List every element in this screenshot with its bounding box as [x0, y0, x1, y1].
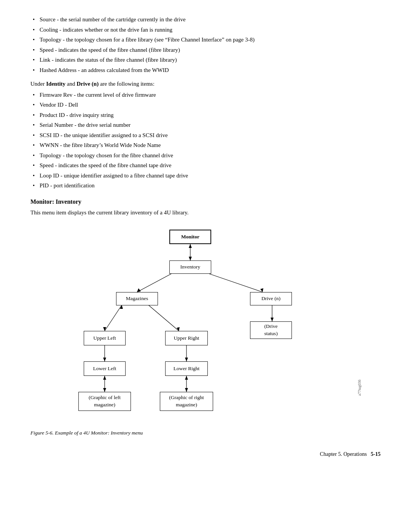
node-inventory: Inventory [169, 260, 211, 274]
node-graphic-left: (Graphic of leftmagazine) [78, 392, 131, 411]
identity-intro: Under Identity and Drive (n) are the fol… [30, 80, 381, 88]
node-graphic-left-label: (Graphic of leftmagazine) [89, 394, 121, 409]
node-magazines-label: Magazines [126, 295, 148, 302]
node-drive-n-label: Drive (n) [261, 295, 280, 302]
bullet-item: Source - the serial number of the cartri… [30, 15, 381, 24]
bullet-item: Hashed Address - an address calculated f… [30, 66, 381, 75]
bullet-item: Product ID - drive inquiry string [30, 111, 381, 120]
bullet-list-top: Source - the serial number of the cartri… [30, 15, 381, 74]
bullet-item: Speed - indicates the speed of the fibre… [30, 46, 381, 54]
bullet-item: Serial Number - the drive serial number [30, 121, 381, 129]
node-drive-status-label: (Drivestatus) [264, 323, 277, 337]
node-inventory-label: Inventory [180, 264, 200, 271]
svg-marker-8 [271, 318, 274, 321]
svg-marker-20 [103, 376, 106, 380]
svg-line-12 [148, 305, 179, 331]
bold-identity: Identity [46, 81, 65, 87]
watermark: a77tug036 [357, 380, 362, 396]
bullet-item: Vendor ID - Dell [30, 101, 381, 109]
node-lower-left-label: Lower Left [93, 365, 116, 372]
node-lower-left: Lower Left [84, 361, 126, 376]
svg-line-5 [209, 274, 263, 292]
svg-line-9 [105, 305, 122, 331]
svg-marker-1 [189, 244, 192, 248]
node-drive-status: (Drivestatus) [250, 321, 292, 339]
svg-marker-6 [260, 288, 263, 292]
svg-marker-19 [103, 388, 106, 392]
node-monitor: Monitor [169, 230, 211, 244]
section-intro: This menu item displays the current libr… [30, 208, 381, 217]
node-upper-left-label: Upper Left [93, 335, 116, 342]
node-lower-right-label: Lower Right [174, 365, 200, 372]
svg-marker-23 [185, 376, 188, 380]
svg-marker-11 [120, 305, 123, 309]
node-graphic-right-label: (Graphic of rightmagazine) [169, 394, 204, 409]
svg-marker-2 [189, 257, 192, 260]
bullet-item: Loop ID - unique identifier assigned to … [30, 171, 381, 180]
bullet-item: Cooling - indicates whether or not the d… [30, 26, 381, 34]
node-magazines: Magazines [116, 292, 158, 305]
footer-page: 5-15 [371, 451, 381, 457]
bullet-item: Topology - the topology chosen for a fib… [30, 35, 381, 44]
figure-caption: Figure 5-6. Example of a 4U Monitor: Inv… [30, 430, 381, 436]
footer-chapter: Chapter 5. Operations [320, 451, 367, 457]
svg-line-3 [137, 274, 171, 292]
bullet-item: Topology - the topology chosen for the f… [30, 151, 381, 160]
diagram-container: Monitor Inventory Magazines Drive (n) (D… [30, 224, 381, 426]
node-upper-left: Upper Left [84, 331, 126, 345]
node-upper-right: Upper Right [165, 331, 208, 345]
section-heading: Monitor: Inventory [30, 198, 381, 205]
bullet-item: Firmware Rev - the current level of driv… [30, 91, 381, 99]
svg-marker-10 [103, 327, 106, 331]
bullet-item: Speed - indicates the speed of the fibre… [30, 161, 381, 170]
diagram: Monitor Inventory Magazines Drive (n) (D… [61, 224, 350, 426]
bullet-item: PID - port identification [30, 181, 381, 190]
svg-marker-4 [137, 288, 141, 292]
bullet-list-identity: Firmware Rev - the current level of driv… [30, 91, 381, 190]
svg-marker-13 [177, 327, 180, 331]
node-graphic-right: (Graphic of rightmagazine) [160, 392, 213, 411]
page-footer: Chapter 5. Operations 5-15 [30, 451, 381, 457]
node-monitor-label: Monitor [181, 233, 199, 241]
svg-marker-22 [185, 388, 188, 392]
node-upper-right-label: Upper Right [174, 335, 199, 342]
bullet-item: SCSI ID - the unique identifier assigned… [30, 131, 381, 140]
node-drive-n: Drive (n) [250, 292, 292, 305]
svg-marker-17 [185, 358, 188, 361]
node-lower-right: Lower Right [165, 361, 208, 376]
bullet-item: Link - indicates the status of the fibre… [30, 56, 381, 64]
svg-marker-15 [103, 358, 106, 361]
bold-drive-n: Drive (n) [76, 81, 99, 87]
bullet-item: WWNN - the fibre library’s World Wide No… [30, 141, 381, 150]
